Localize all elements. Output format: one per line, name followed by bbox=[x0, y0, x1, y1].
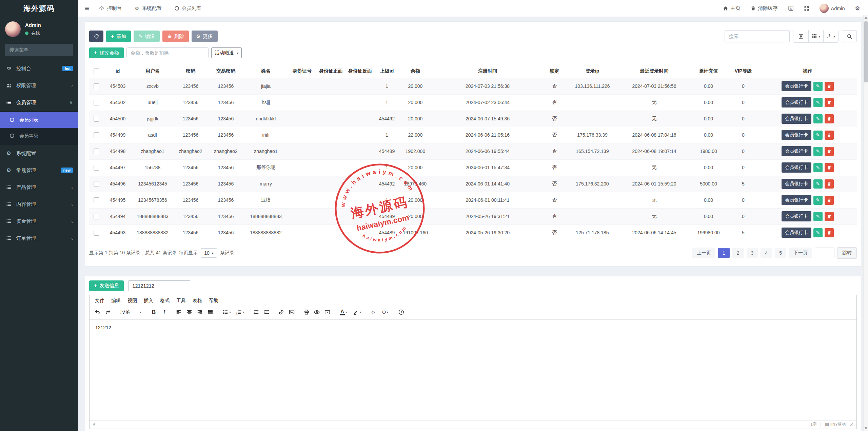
highlight-color-icon[interactable]: ▾ bbox=[350, 307, 364, 317]
menubar-item-5[interactable]: 工具 bbox=[173, 296, 189, 306]
table-search-input[interactable] bbox=[725, 30, 790, 42]
menubar-item-2[interactable]: 视图 bbox=[124, 296, 140, 306]
amount-type-select[interactable]: 活动赠送 ▾ bbox=[211, 47, 242, 58]
message-target-input[interactable] bbox=[129, 280, 190, 291]
image-icon[interactable] bbox=[287, 307, 297, 317]
page-button-3[interactable]: 3 bbox=[747, 248, 758, 258]
column-header-1[interactable]: 用户名 bbox=[132, 64, 173, 78]
preview-eye-icon[interactable] bbox=[312, 307, 322, 317]
modify-amount-button[interactable]: +修改金额 bbox=[89, 47, 124, 58]
sidebar-subitem-2-1[interactable]: 会员等级 bbox=[0, 128, 78, 144]
redo-icon[interactable] bbox=[103, 307, 113, 317]
row-checkbox[interactable] bbox=[94, 100, 99, 105]
member-bank-card-button[interactable]: 会员银行卡 bbox=[782, 146, 811, 156]
column-header-16[interactable]: 操作 bbox=[758, 64, 857, 78]
row-checkbox[interactable] bbox=[94, 214, 99, 219]
sidebar-item-2[interactable]: 会员管理∨ bbox=[0, 94, 78, 111]
help-icon[interactable]: ? bbox=[396, 307, 407, 317]
prev-page-button[interactable]: 上一页 bbox=[692, 248, 715, 258]
column-header-14[interactable]: 累计充值 bbox=[689, 64, 728, 78]
menubar-item-0[interactable]: 文件 bbox=[92, 296, 108, 306]
jump-page-input[interactable] bbox=[815, 248, 834, 258]
sidebar-item-1[interactable]: 权限管理‹ bbox=[0, 77, 78, 94]
numbered-list-icon[interactable]: 123▾ bbox=[233, 307, 247, 317]
menubar-item-3[interactable]: 插入 bbox=[140, 296, 157, 306]
jump-button[interactable]: 跳转 bbox=[837, 247, 857, 259]
sidebar-item-7[interactable]: 资金管理‹ bbox=[0, 213, 78, 230]
align-right-icon[interactable] bbox=[195, 307, 205, 317]
delete-member-icon-button[interactable] bbox=[825, 179, 834, 189]
home-link[interactable]: 主页 bbox=[723, 5, 741, 12]
row-checkbox[interactable] bbox=[94, 165, 99, 171]
scroll-down-icon[interactable] bbox=[864, 427, 868, 429]
brand-logo[interactable]: 海外源码 bbox=[0, 0, 78, 17]
row-checkbox[interactable] bbox=[94, 116, 99, 122]
page-button-4[interactable]: 4 bbox=[761, 248, 772, 258]
print-icon[interactable] bbox=[301, 307, 312, 317]
row-checkbox[interactable] bbox=[94, 149, 99, 154]
media-icon[interactable] bbox=[322, 307, 333, 317]
page-button-2[interactable]: 2 bbox=[732, 248, 744, 258]
member-bank-card-button[interactable]: 会员银行卡 bbox=[782, 211, 811, 221]
member-bank-card-button[interactable]: 会员银行卡 bbox=[782, 114, 811, 124]
delete-member-icon-button[interactable] bbox=[825, 163, 834, 172]
align-left-icon[interactable] bbox=[174, 307, 184, 317]
menubar-item-1[interactable]: 编辑 bbox=[108, 296, 124, 306]
add-button[interactable]: +添加 bbox=[106, 31, 131, 42]
indent-icon[interactable] bbox=[261, 307, 272, 317]
edit-member-icon-button[interactable]: ✎ bbox=[813, 98, 823, 107]
columns-grid-icon[interactable]: ▾ bbox=[808, 30, 823, 42]
word-count[interactable]: 1字 bbox=[810, 422, 816, 427]
row-checkbox[interactable] bbox=[94, 197, 99, 203]
column-header-2[interactable]: 密码 bbox=[173, 64, 208, 78]
sidebar-item-4[interactable]: ⚙常规管理new bbox=[0, 162, 78, 179]
column-header-3[interactable]: 交易密码 bbox=[208, 64, 244, 78]
delete-member-icon-button[interactable] bbox=[825, 212, 834, 221]
delete-member-icon-button[interactable] bbox=[825, 147, 834, 156]
search-icon-button[interactable] bbox=[842, 30, 857, 42]
delete-member-icon-button[interactable] bbox=[825, 98, 834, 107]
send-message-button[interactable]: +发送信息 bbox=[89, 280, 124, 291]
sidebar-item-5[interactable]: 产品管理‹ bbox=[0, 179, 78, 196]
tab-system-config[interactable]: ⚙ 系统配置 bbox=[135, 5, 161, 12]
member-bank-card-button[interactable]: 会员银行卡 bbox=[782, 179, 811, 189]
menubar-item-6[interactable]: 表格 bbox=[189, 296, 205, 306]
column-header-0[interactable]: Id bbox=[103, 64, 132, 78]
delete-button[interactable]: 删除 bbox=[162, 31, 189, 42]
column-header-11[interactable]: 锁定 bbox=[544, 64, 565, 78]
member-bank-card-button[interactable]: 会员银行卡 bbox=[782, 195, 811, 205]
outdent-icon[interactable] bbox=[251, 307, 261, 317]
member-bank-card-button[interactable]: 会员银行卡 bbox=[782, 97, 811, 107]
sidebar-item-8[interactable]: 订单管理‹ bbox=[0, 230, 78, 247]
scroll-up-icon[interactable] bbox=[864, 17, 868, 19]
edit-member-icon-button[interactable]: ✎ bbox=[813, 179, 823, 189]
fullscreen-icon[interactable] bbox=[804, 6, 809, 11]
column-header-12[interactable]: 登录ip bbox=[565, 64, 619, 78]
sidebar-item-0[interactable]: 控制台hot bbox=[0, 60, 78, 77]
member-bank-card-button[interactable]: 会员银行卡 bbox=[782, 228, 811, 238]
resize-grip-icon[interactable] bbox=[850, 423, 853, 426]
row-checkbox[interactable] bbox=[94, 230, 99, 236]
edit-member-icon-button[interactable]: ✎ bbox=[813, 147, 823, 156]
bold-icon[interactable]: B bbox=[149, 307, 159, 317]
align-center-icon[interactable] bbox=[184, 307, 195, 317]
undo-icon[interactable] bbox=[92, 307, 103, 317]
amount-input[interactable] bbox=[126, 47, 209, 58]
delete-member-icon-button[interactable] bbox=[825, 82, 834, 91]
member-bank-card-button[interactable]: 会员银行卡 bbox=[782, 130, 811, 140]
sidebar-subitem-2-0[interactable]: 会员列表 bbox=[0, 112, 78, 128]
column-header-4[interactable]: 姓名 bbox=[244, 64, 288, 78]
language-icon[interactable]: 文 bbox=[788, 5, 794, 11]
sidebar-search-input[interactable] bbox=[5, 47, 73, 53]
refresh-button[interactable] bbox=[89, 31, 103, 42]
edit-member-icon-button[interactable]: ✎ bbox=[813, 131, 823, 140]
next-page-button[interactable]: 下一页 bbox=[789, 248, 812, 258]
settings-gears-icon[interactable]: ⚙ bbox=[855, 5, 860, 12]
sidebar-item-3[interactable]: ⚙系统配置 bbox=[0, 145, 78, 162]
row-checkbox[interactable] bbox=[94, 83, 99, 89]
page-button-1[interactable]: 1 bbox=[718, 248, 730, 258]
text-color-icon[interactable]: A▾ bbox=[337, 307, 350, 317]
export-icon[interactable]: ▾ bbox=[823, 30, 838, 42]
tab-member-list[interactable]: 会员列表 bbox=[175, 5, 201, 12]
edit-member-icon-button[interactable]: ✎ bbox=[813, 196, 823, 205]
